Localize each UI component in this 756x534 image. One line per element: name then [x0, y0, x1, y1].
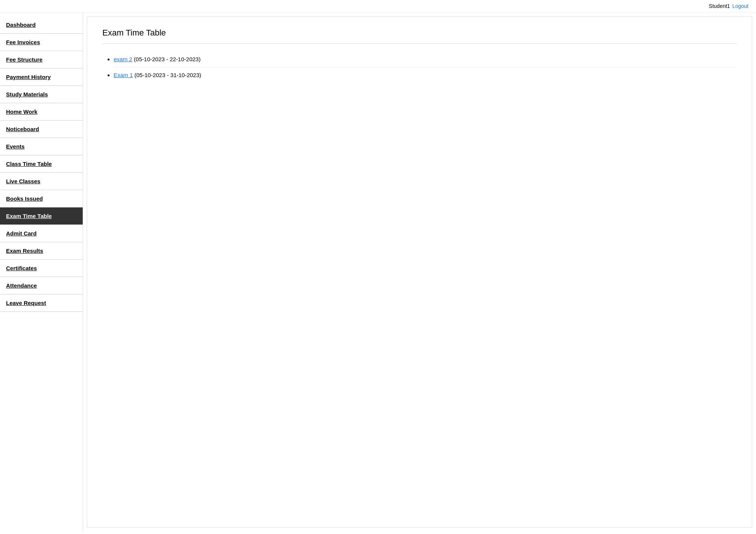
sidebar-item-leave-request[interactable]: Leave Request [0, 294, 83, 312]
exam-link[interactable]: exam 2 [114, 56, 132, 62]
exam-date-range: (05-10-2023 - 22-10-2023) [132, 56, 201, 62]
sidebar-item-events[interactable]: Events [0, 138, 83, 155]
exam-link[interactable]: Exam 1 [114, 72, 133, 78]
sidebar-item-admit-card[interactable]: Admit Card [0, 225, 83, 242]
sidebar-item-home-work[interactable]: Home Work [0, 103, 83, 121]
main-content: Exam Time Table exam 2 (05-10-2023 - 22-… [87, 16, 752, 528]
sidebar: DashboardFee InvoicesFee StructurePaymen… [0, 12, 83, 531]
exam-list: exam 2 (05-10-2023 - 22-10-2023)Exam 1 (… [102, 51, 737, 83]
sidebar-item-payment-history[interactable]: Payment History [0, 68, 83, 86]
logout-link[interactable]: Logout [732, 3, 748, 9]
list-item: exam 2 (05-10-2023 - 22-10-2023) [114, 51, 737, 67]
sidebar-item-noticeboard[interactable]: Noticeboard [0, 121, 83, 138]
page-title: Exam Time Table [102, 28, 737, 44]
sidebar-item-books-issued[interactable]: Books Issued [0, 190, 83, 207]
layout: DashboardFee InvoicesFee StructurePaymen… [0, 12, 756, 531]
exam-date-range: (05-10-2023 - 31-10-2023) [133, 72, 201, 78]
sidebar-item-certificates[interactable]: Certificates [0, 260, 83, 277]
sidebar-item-dashboard[interactable]: Dashboard [0, 16, 83, 34]
list-item: Exam 1 (05-10-2023 - 31-10-2023) [114, 67, 737, 83]
username-label: Student1 [709, 3, 730, 9]
sidebar-item-exam-time-table[interactable]: Exam Time Table [0, 207, 83, 225]
sidebar-item-class-time-table[interactable]: Class Time Table [0, 155, 83, 173]
sidebar-item-exam-results[interactable]: Exam Results [0, 242, 83, 260]
top-bar: Student1 Logout [0, 0, 756, 12]
sidebar-item-fee-structure[interactable]: Fee Structure [0, 51, 83, 68]
sidebar-item-live-classes[interactable]: Live Classes [0, 173, 83, 190]
sidebar-item-attendance[interactable]: Attendance [0, 277, 83, 294]
sidebar-item-study-materials[interactable]: Study Materials [0, 86, 83, 103]
sidebar-item-fee-invoices[interactable]: Fee Invoices [0, 34, 83, 51]
